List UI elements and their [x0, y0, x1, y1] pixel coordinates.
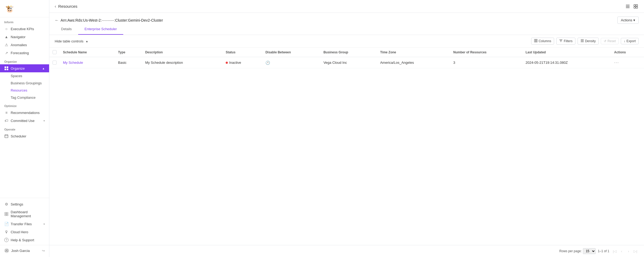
sidebar-item-resources[interactable]: Resources	[0, 87, 49, 94]
sidebar-item-organize[interactable]: Organize ▲	[0, 64, 49, 72]
help-support-icon: ?	[4, 238, 9, 242]
schedules-table: Schedule Name Type Description Status Di…	[49, 48, 644, 68]
sidebar-item-settings[interactable]: ⚙ Settings	[0, 200, 49, 208]
svg-rect-23	[535, 39, 536, 42]
svg-rect-5	[7, 69, 8, 70]
header-schedule-name: Schedule Name	[60, 48, 115, 57]
sidebar-item-recommendations[interactable]: ≡ Recommendations	[0, 109, 49, 117]
sidebar-item-forecasting[interactable]: ↗ Forecasting	[0, 49, 49, 57]
columns-button[interactable]: Columns	[531, 38, 554, 45]
sidebar-item-josh-garcia[interactable]: JG Josh Garcia ↪	[0, 246, 49, 255]
row-business-group: Vega Cloud Inc	[320, 57, 377, 68]
header-actions: Actions	[611, 48, 644, 57]
scheduler-icon	[4, 134, 9, 138]
main-content: ‹ Resources ←	[49, 0, 644, 257]
select-all-checkbox[interactable]	[53, 50, 57, 54]
resource-path-text: Arn:Aws:Rds:Us-West-2:············:Clust…	[61, 18, 163, 22]
sidebar-item-dashboard-management[interactable]: Dashboard Management	[0, 208, 49, 220]
svg-rect-15	[626, 5, 630, 5]
grid-view-button[interactable]	[633, 3, 639, 9]
inform-section-label: Inform	[0, 17, 49, 25]
svg-rect-13	[7, 214, 8, 216]
sidebar-item-executive-kpis[interactable]: ○ Executive KPIs	[0, 25, 49, 33]
reset-icon: ↺	[604, 39, 606, 43]
sidebar-item-label: Settings	[11, 202, 45, 206]
last-page-button[interactable]: ▷|	[632, 248, 639, 254]
sidebar-item-business-groupings[interactable]: Business Groupings	[0, 80, 49, 87]
resource-back-button[interactable]: ←	[55, 18, 59, 23]
sidebar-item-label: Cloud Hero	[11, 230, 45, 234]
sidebar-item-label: Scheduler	[11, 134, 45, 138]
header-checkbox-cell	[49, 48, 60, 57]
committed-use-chevron: ▾	[43, 119, 45, 122]
svg-rect-6	[5, 135, 8, 138]
filters-label: Filters	[564, 39, 573, 43]
tab-details[interactable]: Details	[55, 24, 78, 35]
row-time-zone: America/Los_Angeles	[377, 57, 450, 68]
resource-header: ← Arn:Aws:Rds:Us-West-2:············:Clu…	[49, 13, 644, 24]
columns-icon	[534, 39, 538, 43]
svg-rect-24	[536, 39, 537, 42]
sidebar-item-cloud-hero[interactable]: Cloud Hero	[0, 228, 49, 236]
table-controls: Hide table controls ▲ Columns	[49, 35, 644, 48]
row-status: Inactive	[222, 57, 262, 68]
row-checkbox[interactable]	[53, 61, 57, 65]
hide-controls-label: Hide table controls	[55, 39, 84, 43]
first-page-button[interactable]: |◁	[611, 248, 618, 254]
row-actions-button[interactable]: ···	[614, 60, 619, 65]
sidebar-item-transfer-files[interactable]: 📄 Transfer Files ▾	[0, 220, 49, 228]
header-num-resources: Number of Resources	[450, 48, 522, 57]
sidebar-item-anomalies[interactable]: ⚠ Anomalies	[0, 41, 49, 49]
dashboard-management-icon	[4, 212, 9, 216]
svg-rect-12	[5, 214, 6, 216]
collapse-sidebar-button[interactable]: ‹	[55, 4, 56, 9]
row-type: Basic	[115, 57, 142, 68]
topbar: ‹ Resources	[49, 0, 644, 13]
organize-chevron: ▲	[42, 67, 45, 70]
density-button[interactable]: Density	[578, 38, 599, 45]
svg-rect-4	[5, 69, 6, 70]
status-badge: Inactive	[226, 61, 259, 65]
header-business-group: Business Group	[320, 48, 377, 57]
svg-rect-16	[626, 6, 630, 7]
export-button[interactable]: ↓ Export	[621, 38, 639, 44]
hide-controls-button[interactable]: Hide table controls ▲	[55, 39, 88, 43]
columns-label: Columns	[539, 39, 551, 43]
organize-icon	[4, 66, 9, 70]
sidebar-item-spaces[interactable]: Spaces	[0, 72, 49, 80]
sidebar-item-tag-compliance[interactable]: Tag Compliance	[0, 94, 49, 101]
export-label: Export	[626, 39, 636, 43]
schedule-name-link[interactable]: My Schedule	[63, 61, 83, 65]
page-title: Resources	[58, 4, 77, 9]
topbar-left: ‹ Resources	[55, 4, 77, 9]
svg-rect-19	[636, 5, 638, 6]
filters-icon	[559, 39, 563, 43]
row-num-resources: 3	[450, 57, 522, 68]
header-status: Status	[222, 48, 262, 57]
svg-rect-11	[7, 212, 8, 214]
sidebar-item-help-support[interactable]: ? Help & Support	[0, 236, 49, 244]
navigator-icon: ▲	[4, 35, 9, 39]
sidebar-item-label: Navigator	[11, 35, 45, 39]
list-view-button[interactable]	[625, 3, 631, 9]
sidebar-item-navigator[interactable]: ▲ Navigator	[0, 33, 49, 41]
topbar-right	[625, 3, 639, 9]
filters-button[interactable]: Filters	[556, 38, 575, 45]
sidebar-item-scheduler[interactable]: Scheduler	[0, 132, 49, 140]
actions-button[interactable]: Actions ▾	[617, 17, 639, 24]
sidebar-item-label: Anomalies	[11, 43, 45, 47]
sidebar-item-committed-use[interactable]: 🏷 Committed Use ▾	[0, 117, 49, 125]
rows-per-page-select[interactable]: 15 25 50	[583, 248, 596, 254]
row-actions: ···	[611, 57, 644, 68]
next-page-button[interactable]: ›	[625, 248, 632, 254]
recommendations-icon: ≡	[4, 110, 9, 115]
tab-enterprise-scheduler[interactable]: Enterprise Scheduler	[78, 24, 123, 35]
density-icon	[581, 39, 584, 43]
cloud-hero-icon	[4, 230, 9, 234]
row-checkbox-cell	[49, 57, 60, 68]
prev-page-button[interactable]: ‹	[618, 248, 625, 254]
header-last-updated: Last Updated	[522, 48, 611, 57]
reset-button[interactable]: ↺ Reset	[601, 38, 619, 44]
sidebar-divider	[0, 245, 49, 245]
export-icon: ↓	[624, 39, 625, 43]
